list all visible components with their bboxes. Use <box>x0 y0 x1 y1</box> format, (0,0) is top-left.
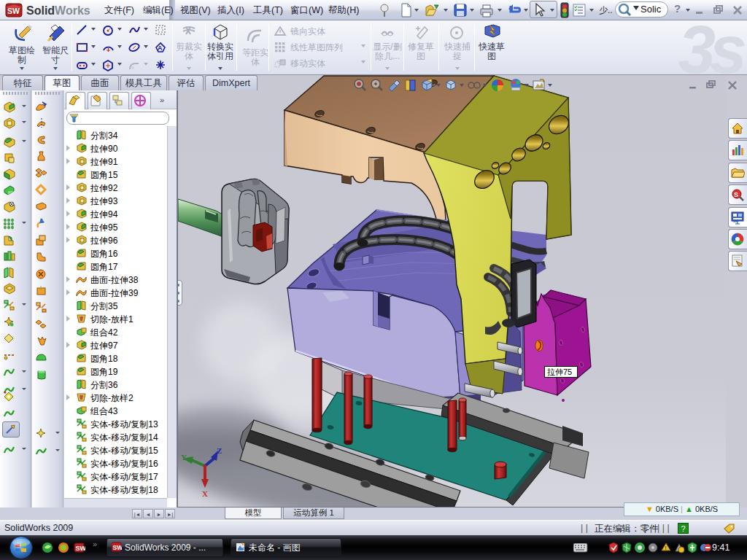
svg-text:Y: Y <box>181 453 187 462</box>
svg-text:S: S <box>734 191 738 198</box>
svg-text:!: ! <box>665 545 667 551</box>
svg-text:SolidWorks: SolidWorks <box>26 4 90 17</box>
svg-text:SW: SW <box>76 545 86 552</box>
svg-text:SW: SW <box>113 544 123 551</box>
svg-text:Z: Z <box>217 446 222 455</box>
svg-text:SW: SW <box>7 7 20 15</box>
svg-text:A: A <box>158 44 163 52</box>
svg-text:X: X <box>202 489 208 498</box>
